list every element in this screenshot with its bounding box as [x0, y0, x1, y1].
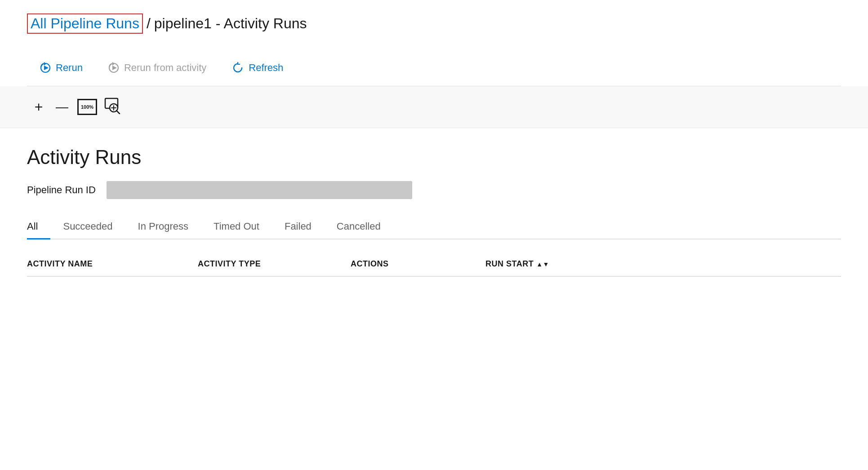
zoom-fit-icon: 100% [77, 99, 97, 115]
refresh-icon [231, 62, 244, 74]
rerun-button[interactable]: Rerun [27, 58, 95, 78]
col-header-activity-type: ACTIVITY TYPE [198, 259, 351, 269]
activity-runs-section: Activity Runs Pipeline Run ID All Succee… [27, 128, 841, 277]
breadcrumb-separator: / [147, 15, 151, 32]
col-header-actions: ACTIONS [351, 259, 485, 269]
rerun-from-activity-icon [108, 62, 120, 74]
tab-cancelled[interactable]: Cancelled [324, 215, 393, 239]
zoom-in-button[interactable]: + [27, 95, 50, 119]
col-header-run-start[interactable]: RUN START ▲▼ [485, 259, 841, 269]
pipeline-run-id-value [107, 181, 412, 199]
zoom-fit-button[interactable]: 100% [74, 95, 101, 119]
svg-line-6 [116, 111, 120, 114]
breadcrumb: All Pipeline Runs / pipeline1 - Activity… [27, 13, 841, 34]
svg-marker-3 [112, 66, 117, 70]
col-header-activity-name: ACTIVITY NAME [27, 259, 198, 269]
tabs: All Succeeded In Progress Timed Out Fail… [27, 215, 841, 239]
svg-marker-1 [44, 66, 49, 70]
zoom-toolbar: + — 100% [0, 86, 868, 128]
rerun-icon [40, 62, 51, 74]
tab-failed[interactable]: Failed [272, 215, 324, 239]
all-pipeline-runs-link[interactable]: All Pipeline Runs [27, 13, 143, 34]
breadcrumb-current: pipeline1 - Activity Runs [154, 15, 307, 32]
refresh-label: Refresh [249, 62, 283, 74]
table-header: ACTIVITY NAME ACTIVITY TYPE ACTIONS RUN … [27, 248, 841, 277]
zoom-in-label: + [35, 99, 43, 115]
rerun-from-activity-label: Rerun from activity [124, 62, 206, 74]
pipeline-run-id-label: Pipeline Run ID [27, 184, 96, 196]
tab-in-progress[interactable]: In Progress [125, 215, 201, 239]
rerun-label: Rerun [56, 62, 83, 74]
zoom-out-button[interactable]: — [50, 95, 74, 119]
zoom-search-icon-symbol [104, 97, 121, 117]
sort-icon: ▲▼ [536, 261, 549, 268]
rerun-from-activity-button[interactable]: Rerun from activity [95, 58, 219, 78]
zoom-search-button[interactable] [101, 95, 124, 119]
tab-timed-out[interactable]: Timed Out [201, 215, 272, 239]
toolbar: Rerun Rerun from activity Refresh [27, 50, 841, 86]
pipeline-run-id-row: Pipeline Run ID [27, 181, 841, 199]
zoom-out-label: — [56, 100, 68, 114]
tab-all[interactable]: All [27, 215, 50, 239]
refresh-button[interactable]: Refresh [219, 57, 296, 79]
activity-runs-title: Activity Runs [27, 146, 841, 168]
tab-succeeded[interactable]: Succeeded [50, 215, 125, 239]
